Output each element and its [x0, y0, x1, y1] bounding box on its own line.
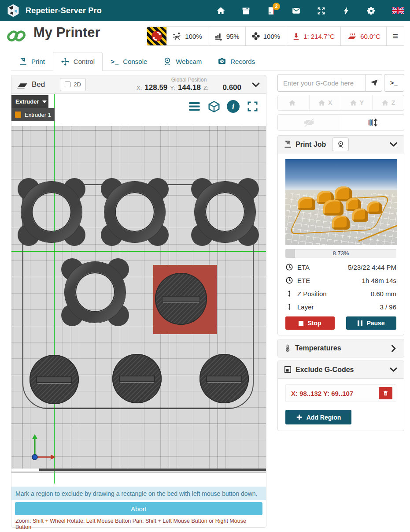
terminal-icon: >_ — [390, 79, 398, 86]
tab-control[interactable]: Control — [53, 52, 103, 71]
layer-label: Layer — [297, 303, 314, 311]
exclude-title: Exclude G-Codes — [295, 366, 354, 374]
filament-z-adjust-icon — [367, 117, 378, 128]
bed-canvas[interactable]: Extruder Extruder 1 i — [11, 94, 266, 487]
abort-label: Abort — [131, 505, 147, 513]
temperatures-title: Temperatures — [295, 344, 341, 352]
bed-temperature[interactable]: 60.0°C — [340, 27, 386, 45]
temperatures-header[interactable]: Temperatures — [278, 339, 404, 357]
tab-records[interactable]: Records — [210, 52, 263, 71]
babystep-z-button[interactable] — [341, 115, 404, 130]
home-z-label: Z — [392, 99, 395, 106]
send-gcode-button[interactable] — [366, 74, 382, 92]
uk-flag-icon[interactable] — [392, 7, 404, 15]
collapse-job-chevron-icon[interactable] — [389, 140, 398, 149]
z-position-row: Z Position 0.60 mm — [285, 287, 396, 300]
view-2d-toggle[interactable]: 2D — [60, 78, 86, 91]
canvas-help-text: Zoom: Shift + Wheel Rotate: Left Mouse B… — [15, 518, 262, 530]
layers-menu-icon[interactable] — [188, 100, 201, 113]
control-tab-icon — [61, 57, 70, 66]
flow-multiplier[interactable]: 95% — [208, 27, 245, 45]
mail-icon[interactable] — [292, 6, 301, 15]
exclude-header[interactable]: Exclude G-Codes — [278, 361, 404, 379]
printer-icon — [284, 140, 292, 149]
gear-icon[interactable] — [367, 6, 376, 15]
home-y-button[interactable]: Y — [341, 95, 373, 110]
clock-icon — [285, 263, 293, 271]
tab-print[interactable]: Print — [11, 52, 53, 71]
tab-control-label: Control — [74, 58, 95, 65]
plus-icon — [296, 414, 303, 420]
bolt-icon[interactable] — [342, 6, 351, 15]
extruder-temp-value: 1: 214.7°C — [303, 33, 335, 40]
collapse-bed-chevron-icon[interactable] — [251, 80, 261, 89]
open-console-button[interactable]: >_ — [384, 74, 404, 92]
queue-count-badge: 2 — [273, 3, 280, 10]
print-job-header: Print Job — [278, 136, 404, 153]
progress-percent-label: 8.73% — [285, 249, 396, 258]
fullscreen-icon[interactable] — [246, 100, 259, 113]
abort-button[interactable]: Abort — [15, 502, 262, 515]
thermometer-icon — [284, 344, 292, 352]
fan-speed[interactable]: 100% — [245, 27, 286, 45]
add-region-button[interactable]: Add Region — [285, 410, 351, 424]
expand-arrows-icon[interactable] — [317, 6, 326, 15]
exclude-hint-text: Mark a region to exclude by drawing a re… — [15, 490, 257, 497]
layer-value: 3 / 96 — [380, 303, 396, 311]
pause-icon — [358, 320, 362, 326]
job-webcam-toggle[interactable] — [332, 138, 349, 151]
extruder-temperature[interactable]: 1: 214.7°C — [286, 27, 340, 45]
job-stats: ETA 5/23/22 4:44 PM ETE 1h 48m 14s Z Pos… — [285, 260, 396, 313]
expand-temps-chevron-icon[interactable] — [389, 344, 398, 353]
print-job-title: Print Job — [295, 141, 326, 149]
motor-off-icon — [303, 118, 315, 127]
up-down-arrow-icon — [285, 303, 293, 311]
exclude-gcodes-panel: Exclude G-Codes X: 98..132 Y: 69..107 Ad… — [277, 361, 404, 431]
print-queue-icon[interactable]: 2 — [266, 6, 276, 15]
eta-label: ETA — [297, 264, 310, 271]
speed-multiplier[interactable]: 100% — [166, 27, 207, 45]
printer-tabs: Print Control >_ Console Webcam Records — [11, 52, 404, 71]
extruder-dropdown-label: Extruder — [15, 98, 39, 105]
extruder-color-swatch — [15, 112, 21, 118]
pause-label: Pause — [366, 320, 384, 327]
ete-row: ETE 1h 48m 14s — [285, 274, 396, 287]
info-icon[interactable]: i — [226, 100, 240, 113]
collapse-exclude-chevron-icon[interactable] — [389, 365, 398, 374]
global-position: Global Position X: 128.59 Y: 144.18 Z: 0… — [137, 77, 241, 92]
print-tab-icon — [19, 57, 27, 66]
z-axis-label: Z: — [203, 85, 209, 91]
y-position-value: 144.18 — [178, 83, 201, 92]
gcode-bar: >_ — [277, 74, 404, 92]
extruder-dropdown[interactable]: Extruder — [11, 95, 48, 108]
hamburger-menu-icon: ≡ — [392, 31, 398, 41]
printer-name-title: My Printer — [33, 25, 100, 41]
delete-region-button[interactable] — [379, 387, 392, 399]
caret-down-icon — [42, 100, 47, 103]
tab-webcam[interactable]: Webcam — [155, 52, 210, 71]
home-all-button[interactable] — [278, 95, 309, 110]
clock-icon — [285, 276, 293, 284]
extruder-1-legend[interactable]: Extruder 1 — [11, 108, 55, 121]
z-position-value: 0.600 — [222, 83, 241, 92]
gcode-input[interactable] — [277, 74, 366, 92]
archive-box-icon[interactable] — [241, 6, 251, 15]
flow-icon — [214, 32, 223, 41]
pause-button[interactable]: Pause — [346, 316, 396, 330]
printer-menu-button[interactable]: ≡ — [386, 27, 404, 45]
emergency-stop-button[interactable] — [147, 27, 166, 45]
cube-3d-view-icon[interactable] — [207, 100, 221, 113]
home-z-button[interactable]: Z — [372, 95, 404, 110]
bed-icon — [17, 80, 28, 89]
bed-front-bar — [39, 469, 266, 471]
stop-button[interactable]: Stop — [285, 316, 335, 330]
printed-ring — [62, 259, 128, 325]
z-position-label: Z Position — [297, 290, 327, 298]
tab-console[interactable]: >_ Console — [103, 52, 155, 71]
emergency-stop-icon[interactable] — [147, 27, 166, 45]
home-x-button[interactable]: X — [309, 95, 341, 110]
printed-ring — [18, 179, 85, 245]
home-icon[interactable] — [216, 6, 225, 15]
disable-motors-button[interactable] — [278, 115, 341, 130]
printed-ring — [192, 179, 258, 245]
